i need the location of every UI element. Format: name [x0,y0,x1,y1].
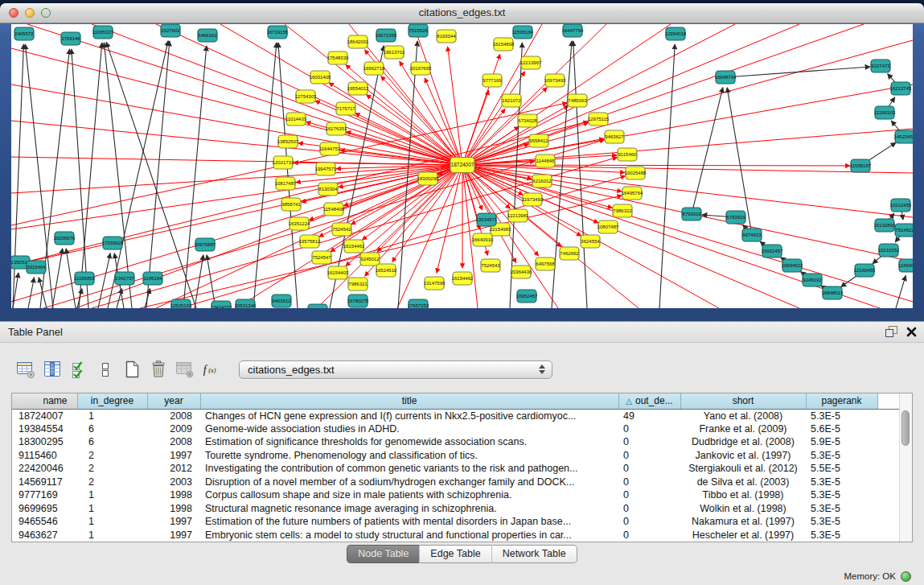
graph-edge[interactable] [104,43,132,308]
graph-edge[interactable] [896,275,906,308]
column-header-short[interactable]: short [680,393,806,409]
table-cell: Tibbo et al. (1998) [680,488,806,502]
graph-edge[interactable] [11,84,462,165]
function-builder-icon[interactable]: f (x) [202,360,221,379]
graph-node-label: 13424737 [211,305,232,308]
column-header-out-de-[interactable]: △out_de... [618,393,680,409]
graph-edge[interactable] [140,196,622,308]
table-cell: Corpus callosum shape and size in male p… [200,488,618,502]
window-titlebar[interactable]: citations_edges.txt [0,3,924,23]
graph-node-label: 7524542 [332,227,351,232]
graph-edge[interactable] [725,67,870,77]
table-type-tabs: Node TableEdge TableNetwork Table [0,545,924,563]
table-row[interactable]: 911546021997Tourette syndrome. Phenomeno… [12,449,901,463]
tab-edge-table[interactable]: Edge Table [419,545,491,563]
graph-node-label: 8793919 [682,212,701,216]
table-row[interactable]: 946362711997Embryonic stem cells: a mode… [12,529,901,542]
graph-edge[interactable] [79,43,102,308]
graph-node-label: 16948794 [715,75,737,80]
graph-node-label: 8130304 [318,187,338,192]
graph-edge[interactable] [11,165,462,229]
graph-edge[interactable] [28,278,34,308]
graph-node-label: 7462662 [560,251,579,256]
graph-edge[interactable] [462,129,913,165]
delete-icon[interactable] [149,360,168,379]
graph-edge[interactable] [573,41,587,308]
graph-edge[interactable] [106,42,196,308]
table-cell: 0 [618,515,680,529]
graph-edge[interactable] [462,165,913,302]
tab-node-table[interactable]: Node Table [347,545,419,563]
graph-node-label: 13852507 [277,139,299,144]
toggle-column-icon[interactable] [43,360,62,379]
graph-node-label: 10817487 [275,181,297,186]
table-row[interactable]: 1830029562008Estimation of significance … [12,435,901,449]
table-cell: Hescheler et al. (1997) [680,529,806,542]
column-header-pagerank[interactable]: pagerank [806,393,877,409]
graph-edge[interactable] [183,46,207,308]
table-row[interactable]: 1456911722003Disruption of a novel membe… [12,476,901,489]
table-cell: 0 [618,435,680,449]
graph-edge[interactable] [462,24,864,165]
table-cell: 9777169 [12,488,77,502]
table-scrollbar[interactable] [899,393,912,542]
graph-edge[interactable] [253,43,277,308]
graph-edge[interactable] [76,165,462,308]
delete-table-icon[interactable] [175,360,195,379]
table-cell: 5.5E-5 [806,462,877,476]
table-select[interactable]: citations_edges.txt [239,360,552,379]
graph-edge[interactable] [329,83,462,165]
column-header-name[interactable]: name [12,393,77,409]
new-file-icon[interactable] [122,360,142,379]
network-graph[interactable]: 1872400718300295196137011696271619554013… [11,24,913,308]
graph-node-label: 9115460 [618,152,638,157]
graph-edge[interactable] [98,253,110,308]
graph-edge[interactable] [52,249,63,308]
graph-node-label: 16001405 [310,75,331,80]
table-row[interactable]: 946554611997Estimation of the future num… [12,515,901,529]
table-row[interactable]: 977716911998Corpus callosum shape and si… [12,488,901,502]
column-header-in-degree[interactable]: in_degree [77,393,147,409]
select-rows-icon[interactable] [69,360,88,379]
clear-selection-icon[interactable] [96,360,115,379]
table-select-value: citations_edges.txt [248,364,335,376]
graph-edge[interactable] [462,165,913,173]
graph-node-label: 16351224 [289,221,310,226]
graph-node-label: 9245012 [360,257,380,262]
graph-node-label: 10952457 [516,294,538,299]
network-canvas[interactable]: 1872400718300295196137011696271619554013… [11,24,913,308]
table-cell: 2 [77,462,147,476]
table-cell: 1997 [147,449,200,463]
status-bar: Memory: OK [0,567,924,585]
table-row[interactable]: 1938455462009Genome-wide association stu… [12,422,901,436]
graph-edge[interactable] [462,109,505,165]
tab-network-table[interactable]: Network Table [491,545,577,563]
graph-edge[interactable] [220,24,462,165]
graph-edge[interactable] [77,289,82,308]
table-settings-icon[interactable] [16,360,35,379]
graph-node-label: 1342737 [115,276,134,281]
graph-node-label: 2405572 [14,31,34,36]
graph-node-label: 9674913 [742,233,762,237]
table-row[interactable]: 1872400712008Changes of HCN gene express… [12,409,901,422]
column-header-title[interactable]: title [200,393,618,409]
graph-edge[interactable] [398,41,417,308]
scrollbar-thumb[interactable] [901,410,910,446]
table-row[interactable]: 2242004622012Investigating the contribut… [12,462,901,476]
float-window-icon[interactable] [885,326,897,340]
graph-node-label: 9463627 [605,134,624,139]
table-cell: Structural magnetic resonance image aver… [200,502,618,516]
table-row[interactable]: 969969511998Structural magnetic resonanc… [12,502,901,516]
table-cell: Tourette syndrome. Phenomenology and cla… [200,449,618,463]
graph-edge[interactable] [195,255,203,308]
graph-edge[interactable] [117,289,122,308]
graph-node-label: 18642001 [347,39,369,44]
graph-edge[interactable] [659,44,675,308]
column-header-year[interactable]: year [147,393,200,409]
graph-node-label: 7986321 [348,282,368,286]
graph-edge[interactable] [146,41,170,308]
graph-edge[interactable] [72,49,88,308]
close-icon[interactable] [906,326,917,340]
table-cell: Stergiakouli et al. (2012) [680,462,806,476]
memory-status-label: Memory: OK [844,571,896,581]
